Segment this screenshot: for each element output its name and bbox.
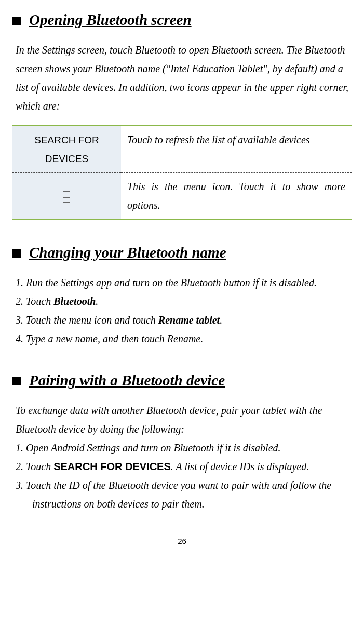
list-item: 2. Touch SEARCH FOR DEVICES. A list of d… — [16, 457, 352, 476]
intro-paragraph: In the Settings screen, touch Bluetooth … — [16, 41, 352, 115]
square-bullet-icon — [12, 249, 21, 258]
section-pairing-device: Pairing with a Bluetooth device To excha… — [12, 367, 352, 513]
step-text: 4. Type a new name, and then touch Renam… — [16, 333, 203, 344]
list-item: 4. Type a new name, and then touch Renam… — [16, 329, 352, 348]
menu-stack-icon — [63, 185, 70, 203]
section-heading-row: Changing your Bluetooth name — [12, 239, 352, 266]
step-text: 1. Run the Settings app and turn on the … — [16, 277, 317, 288]
section-heading-row: Pairing with a Bluetooth device — [12, 367, 352, 394]
table-cell-right: Touch to refresh the list of available d… — [121, 126, 352, 172]
steps-list: 1. Run the Settings app and turn on the … — [16, 273, 352, 348]
section-changing-name: Changing your Bluetooth name 1. Run the … — [12, 239, 352, 348]
table-cell-left — [12, 172, 121, 219]
square-bullet-icon — [12, 17, 21, 25]
step-text: 3. Touch the menu icon and touch — [16, 314, 158, 326]
search-for-devices-label: SEARCH FOR DEVICES — [34, 135, 99, 164]
step-text: 2. Touch — [16, 461, 53, 472]
list-item: 3. Touch the menu icon and touch Rename … — [16, 311, 352, 329]
list-item: 1. Open Android Settings and turn on Blu… — [16, 438, 352, 457]
table-row: This is the menu icon. Touch it to show … — [12, 172, 352, 219]
step-text: 1. Open Android Settings and turn on Blu… — [16, 442, 281, 453]
list-item: 3. Touch the ID of the Bluetooth device … — [16, 476, 352, 513]
page-number: 26 — [12, 534, 352, 548]
step-text: 2. Touch — [16, 296, 53, 307]
section-opening-bluetooth: Opening Bluetooth screen In the Settings… — [12, 6, 352, 220]
list-item: 1. Run the Settings app and turn on the … — [16, 273, 352, 292]
section-heading-row: Opening Bluetooth screen — [12, 6, 352, 33]
step-text: . — [220, 314, 222, 326]
section-title: Opening Bluetooth screen — [29, 6, 192, 33]
step-text: . A list of device IDs is displayed. — [171, 461, 309, 472]
step-bold: Rename tablet — [158, 314, 220, 326]
steps-list: 1. Open Android Settings and turn on Blu… — [16, 438, 352, 513]
step-text: 3. Touch the ID of the Bluetooth device … — [16, 479, 331, 510]
table-cell-right: This is the menu icon. Touch it to show … — [121, 172, 352, 219]
step-text: . — [96, 296, 98, 307]
list-item: 2. Touch Bluetooth. — [16, 292, 352, 311]
step-bold: SEARCH FOR DEVICES — [53, 461, 171, 472]
step-bold: Bluetooth — [53, 296, 96, 307]
table-row: SEARCH FOR DEVICES Touch to refresh the … — [12, 126, 352, 172]
intro-paragraph: To exchange data with another Bluetooth … — [16, 401, 352, 438]
icon-description-table: SEARCH FOR DEVICES Touch to refresh the … — [12, 125, 352, 220]
table-cell-left: SEARCH FOR DEVICES — [12, 126, 121, 172]
section-title: Changing your Bluetooth name — [29, 239, 226, 266]
section-title: Pairing with a Bluetooth device — [29, 367, 225, 394]
square-bullet-icon — [12, 377, 21, 385]
